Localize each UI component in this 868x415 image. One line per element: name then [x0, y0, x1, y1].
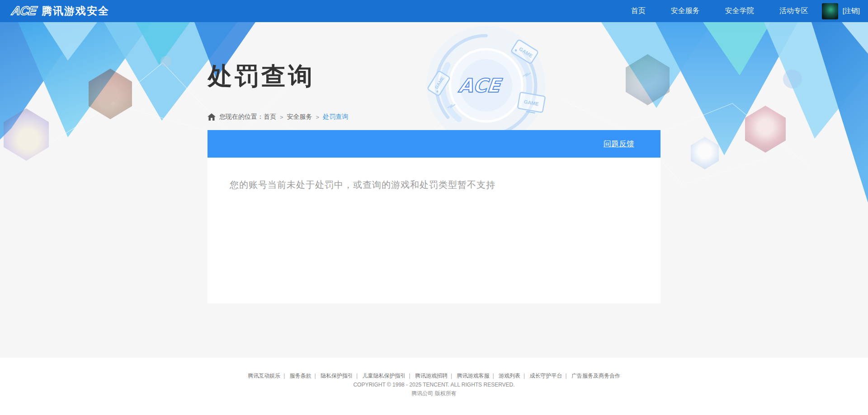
footer-link-ad-business[interactable]: 广告服务及商务合作 [571, 373, 620, 379]
site-logo-text: 腾讯游戏安全 [42, 4, 109, 18]
breadcrumb-prefix: 您现在的位置： [219, 113, 264, 121]
footer-links: 腾讯互动娱乐| 服务条款| 隐私保护指引| 儿童隐私保护指引| 腾讯游戏招聘| … [0, 373, 868, 379]
feedback-link[interactable]: 问题反馈 [604, 139, 634, 149]
footer-separator: | [356, 373, 358, 379]
top-navbar: ACE 腾讯游戏安全 首页 安全服务 安全学院 活动专区 [注销] [0, 0, 868, 22]
hero-banner: ACE GAME GAME GAME 处罚查询 [0, 22, 868, 358]
breadcrumb: 您现在的位置： 首页 > 安全服务 > 处罚查询 [208, 113, 348, 121]
nav-menu: 首页 安全服务 安全学院 活动专区 [注销] [606, 3, 860, 19]
footer-link-game-list[interactable]: 游戏列表 [499, 373, 520, 379]
decor-dot [160, 56, 171, 67]
footer-link-privacy[interactable]: 隐私保护指引 [321, 373, 353, 379]
breadcrumb-security-services[interactable]: 安全服务 [287, 113, 312, 121]
breadcrumb-separator: > [316, 114, 320, 121]
page-title: 处罚查询 [208, 60, 315, 93]
nav-item-security-services[interactable]: 安全服务 [671, 6, 700, 16]
emblem-ace-text: ACE [458, 75, 503, 97]
footer-separator: | [315, 373, 316, 379]
query-result-card: 问题反馈 您的账号当前未处于处罚中，或查询的游戏和处罚类型暂不支持 [208, 130, 660, 303]
footer-link-customer-service[interactable]: 腾讯游戏客服 [457, 373, 489, 379]
footer-link-terms[interactable]: 服务条款 [290, 373, 311, 379]
user-avatar[interactable] [822, 3, 838, 19]
ace-logo-icon: ACE [10, 4, 37, 18]
page-footer: 腾讯互动娱乐| 服务条款| 隐私保护指引| 儿童隐私保护指引| 腾讯游戏招聘| … [0, 358, 868, 415]
footer-separator: | [524, 373, 525, 379]
logout-link[interactable]: [注销] [843, 7, 860, 15]
footer-separator: | [409, 373, 410, 379]
footer-company: 腾讯公司 版权所有 [0, 391, 868, 396]
site-logo[interactable]: ACE 腾讯游戏安全 [12, 4, 109, 18]
footer-link-child-privacy[interactable]: 儿童隐私保护指引 [363, 373, 406, 379]
breadcrumb-separator: > [280, 114, 283, 121]
footer-copyright: COPYRIGHT © 1998 - 2025 TENCENT. ALL RIG… [0, 382, 868, 388]
breadcrumb-home[interactable]: 首页 [264, 113, 276, 121]
ace-emblem: ACE GAME GAME GAME [423, 22, 549, 149]
card-header-bar: 问题反馈 [208, 130, 660, 158]
breadcrumb-current: 处罚查询 [323, 113, 348, 121]
nav-item-security-academy[interactable]: 安全学院 [725, 6, 754, 16]
page: ACE 腾讯游戏安全 首页 安全服务 安全学院 活动专区 [注销] [0, 0, 868, 415]
nav-item-home[interactable]: 首页 [631, 6, 646, 16]
footer-link-growth-guard[interactable]: 成长守护平台 [529, 373, 562, 379]
footer-link-recruitment[interactable]: 腾讯游戏招聘 [415, 373, 448, 379]
footer-link-tencent-games[interactable]: 腾讯互动娱乐 [248, 373, 280, 379]
nav-item-activity-zone[interactable]: 活动专区 [779, 6, 808, 16]
card-body: 您的账号当前未处于处罚中，或查询的游戏和处罚类型暂不支持 [208, 158, 660, 191]
footer-separator: | [451, 373, 452, 379]
home-icon [208, 113, 216, 121]
footer-separator: | [283, 373, 285, 379]
decor-dot [783, 70, 802, 89]
footer-separator: | [492, 373, 494, 379]
query-result-message: 您的账号当前未处于处罚中，或查询的游戏和处罚类型暂不支持 [230, 179, 660, 191]
footer-separator: | [565, 373, 566, 379]
